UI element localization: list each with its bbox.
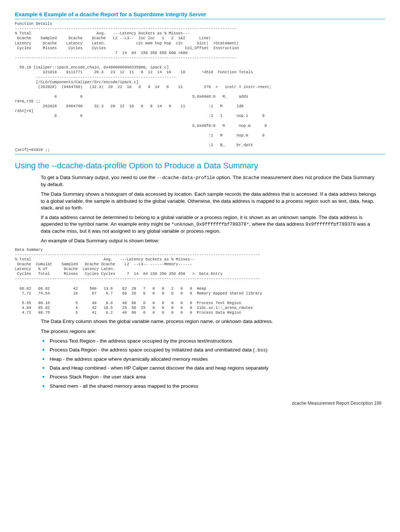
paragraph-6: The process regions are: [41,328,378,335]
code-option: --dcache-data-profile [157,175,215,181]
process-regions-list: Process Text Region - the address space … [41,338,378,390]
paragraph-5: The Data Entry column shows the global v… [41,318,378,325]
paragraph-4: An example of Data Summary output is sho… [41,238,378,244]
section-heading: Using the --dcache-data-profile Option t… [15,161,385,171]
list-item: Process Text Region - the address space … [41,338,378,344]
body-content: To get a Data Summary output, you need t… [41,174,378,244]
page-footer: dcache Measurement Report Description 19… [15,401,385,406]
body-content-2: The Data Entry column shows the global v… [41,318,378,389]
list-item: Process Stack Region - the user stack ar… [41,374,378,380]
code-address: 0x9fffffffbf789378 [306,222,356,227]
code-measurement: dcache [243,175,259,181]
list-item: Shared mem - all the shared memory areas… [41,383,378,390]
paragraph-1: To get a Data Summary output, you need t… [41,174,378,188]
text: ) [266,347,268,353]
text: option. The [215,175,243,180]
function-details-report: Function Details -----------------------… [15,21,385,152]
data-summary-report: Data Summary ---------------------------… [15,248,385,316]
list-item: Process Data Region - the address space … [41,347,378,354]
code-bss: .bss [255,348,266,353]
list-item: Heap - the address space where dynamical… [41,356,378,363]
horizontal-rule [15,19,385,19]
list-item: Data and Heap combined - when HP Caliper… [41,365,378,371]
example-title: Example 6 Example of a dcache Report for… [15,11,385,17]
paragraph-2: The Data Summary shows a histogram of da… [41,191,378,211]
code-unknown-entry: *unknown_0x9fffffffbf789378* [171,222,249,227]
text: Process Data Region - the address space … [50,347,255,353]
text: To get a Data Summary output, you need t… [41,175,157,180]
horizontal-rule [15,154,385,154]
text: , where the data address [249,221,306,227]
paragraph-3: If a data address cannot be determined t… [41,214,378,235]
